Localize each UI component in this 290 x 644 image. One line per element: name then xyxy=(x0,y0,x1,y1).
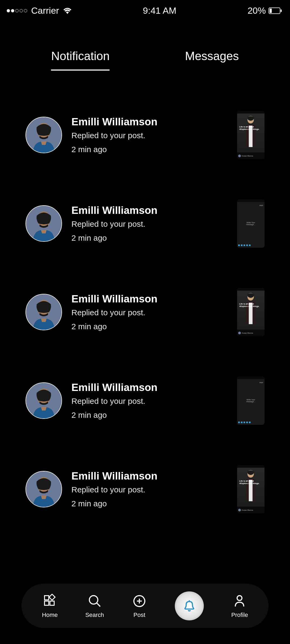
battery-percent: 20% xyxy=(248,5,266,16)
thumbnail-author: Gunjan Sharma xyxy=(242,332,253,334)
notification-time: 2 min ago xyxy=(71,145,228,154)
wifi-icon xyxy=(63,8,72,14)
notification-item[interactable]: Emilli Williamson Replied to your post. … xyxy=(26,199,264,248)
notification-item[interactable]: Emilli Williamson Replied to your post. … xyxy=(26,288,264,336)
notification-time: 2 min ago xyxy=(71,322,228,331)
thumbnail-text: Write Your message... xyxy=(244,399,258,402)
thumbnail-post-label: POST xyxy=(259,205,263,206)
notification-action: Replied to your post. xyxy=(71,131,228,140)
nav-home[interactable]: Home xyxy=(42,593,58,619)
status-bar: Carrier 9:41 AM 20% xyxy=(0,0,290,20)
notification-name: Emilli Williamson xyxy=(71,382,228,393)
bell-icon xyxy=(182,598,197,614)
notification-thumbnail[interactable]: Life is all about #Explore new things. G… xyxy=(237,465,264,513)
notification-action: Replied to your post. xyxy=(71,219,228,229)
plus-circle-icon xyxy=(132,593,147,609)
tab-messages[interactable]: Messages xyxy=(185,49,239,71)
notification-content: Emilli Williamson Replied to your post. … xyxy=(71,293,228,331)
notification-item[interactable]: Emilli Williamson Replied to your post. … xyxy=(26,111,264,159)
svg-rect-19 xyxy=(49,594,55,600)
svg-rect-17 xyxy=(50,601,54,605)
notification-content: Emilli Williamson Replied to your post. … xyxy=(71,470,228,508)
nav-notifications[interactable] xyxy=(175,591,204,620)
notification-content: Emilli Williamson Replied to your post. … xyxy=(71,382,228,420)
carrier-label: Carrier xyxy=(31,5,59,16)
thumbnail-author: Gunjan Sharma xyxy=(242,509,253,511)
thumbnail-text: Life is all about #Explore new things. xyxy=(239,303,262,308)
svg-point-20 xyxy=(89,595,98,604)
notification-list: Emilli Williamson Replied to your post. … xyxy=(0,111,290,513)
signal-strength-icon xyxy=(7,9,27,12)
notification-action: Replied to your post. xyxy=(71,308,228,317)
thumbnail-author: Gunjan Sharma xyxy=(242,155,253,157)
notification-item[interactable]: Emilli Williamson Replied to your post. … xyxy=(26,376,264,425)
status-left: Carrier xyxy=(7,5,72,16)
notification-time: 2 min ago xyxy=(71,499,228,508)
svg-rect-18 xyxy=(44,595,49,600)
tab-bar: Notification Messages xyxy=(0,49,290,71)
svg-rect-2 xyxy=(281,9,282,12)
notification-content: Emilli Williamson Replied to your post. … xyxy=(71,116,228,154)
svg-rect-1 xyxy=(270,9,272,13)
avatar[interactable] xyxy=(26,117,62,153)
notification-time: 2 min ago xyxy=(71,411,228,420)
notification-time: 2 min ago xyxy=(71,233,228,243)
avatar[interactable] xyxy=(26,382,62,419)
avatar[interactable] xyxy=(26,205,62,242)
thumbnail-post-label: POST xyxy=(259,382,263,383)
notification-thumbnail[interactable]: POST Write Your message... xyxy=(237,199,264,248)
tab-notification[interactable]: Notification xyxy=(51,49,110,71)
notification-thumbnail[interactable]: Life is all about #Explore new things. G… xyxy=(237,111,264,159)
nav-label: Home xyxy=(42,612,58,619)
notification-action: Replied to your post. xyxy=(71,485,228,494)
notification-name: Emilli Williamson xyxy=(71,293,228,305)
svg-rect-16 xyxy=(44,601,49,605)
profile-icon xyxy=(232,593,247,609)
avatar[interactable] xyxy=(26,471,62,507)
notification-thumbnail[interactable]: POST Write Your message... xyxy=(237,376,264,425)
notification-name: Emilli Williamson xyxy=(71,116,228,128)
notification-item[interactable]: Emilli Williamson Replied to your post. … xyxy=(26,465,264,513)
notification-action: Replied to your post. xyxy=(71,397,228,406)
nav-profile[interactable]: Profile xyxy=(231,593,248,619)
search-icon xyxy=(87,593,103,609)
svg-line-21 xyxy=(97,603,100,606)
home-icon xyxy=(42,593,58,609)
notification-name: Emilli Williamson xyxy=(71,204,228,216)
notification-content: Emilli Williamson Replied to your post. … xyxy=(71,204,228,243)
nav-label: Profile xyxy=(231,612,248,619)
notification-thumbnail[interactable]: Life is all about #Explore new things. G… xyxy=(237,288,264,336)
bottom-nav-bar: Home Search Post xyxy=(21,584,269,628)
thumbnail-text: Life is all about #Explore new things. xyxy=(239,126,262,130)
status-time: 9:41 AM xyxy=(143,5,176,16)
thumbnail-text: Write Your message... xyxy=(244,222,258,225)
nav-search[interactable]: Search xyxy=(85,593,104,619)
status-right: 20% xyxy=(248,5,282,16)
notification-name: Emilli Williamson xyxy=(71,470,228,482)
avatar[interactable] xyxy=(26,294,62,330)
thumbnail-text: Life is all about #Explore new things. xyxy=(239,480,262,485)
nav-label: Search xyxy=(85,612,104,619)
svg-point-25 xyxy=(237,595,242,600)
battery-icon xyxy=(269,8,282,14)
nav-post[interactable]: Post xyxy=(132,593,147,619)
nav-label: Post xyxy=(133,612,145,619)
